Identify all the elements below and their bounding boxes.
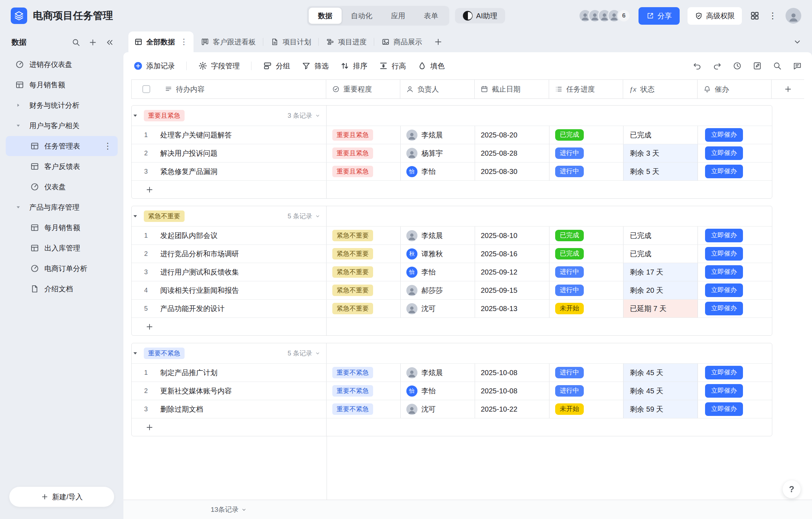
table-row[interactable]: 1制定产品推广计划重要不紧急李炫晨2025-10-08进行中剩余 45 天立即催…: [132, 363, 772, 382]
group-count[interactable]: 5 条记录: [288, 212, 321, 220]
advanced-permission-button[interactable]: 高级权限: [688, 7, 742, 25]
sidebar-item[interactable]: 进销存仪表盘: [6, 54, 118, 74]
remind-button[interactable]: 立即催办: [705, 165, 743, 178]
remind-button[interactable]: 立即催办: [705, 229, 743, 242]
remind-button[interactable]: 立即催办: [705, 402, 743, 416]
clock-icon[interactable]: [733, 61, 742, 71]
progress-cell[interactable]: 进行中: [549, 382, 623, 400]
progress-cell[interactable]: 进行中: [549, 281, 623, 299]
search-icon[interactable]: [72, 38, 80, 47]
table-row[interactable]: 1发起团队内部会议紧急不重要李炫晨2025-08-10已完成已完成立即催办: [132, 226, 772, 244]
group-header[interactable]: 重要且紧急3 条记录: [132, 106, 772, 126]
table-row[interactable]: 3紧急修复产品漏洞重要且紧急怡李怡2025-08-30进行中剩余 5 天立即催办: [132, 162, 772, 180]
owner-cell[interactable]: 怡李怡: [401, 263, 475, 281]
table-row[interactable]: 3进行用户测试和反馈收集紧急不重要怡李怡2025-09-12进行中剩余 17 天…: [132, 263, 772, 281]
undo-icon[interactable]: [693, 61, 702, 71]
date-cell[interactable]: 2025-08-13: [475, 300, 549, 317]
priority-cell[interactable]: 重要且紧急: [327, 126, 401, 144]
collapse-sidebar-icon[interactable]: [105, 38, 114, 47]
date-cell[interactable]: 2025-08-28: [475, 144, 549, 162]
sidebar-item[interactable]: 客户反馈表: [6, 156, 118, 176]
task-cell[interactable]: 3删除过期文档: [132, 400, 327, 418]
task-cell[interactable]: 2进行竞品分析和市场调研: [132, 245, 327, 263]
owner-cell[interactable]: 李炫晨: [401, 364, 475, 382]
table-row[interactable]: 1处理客户关键问题解答重要且紧急李炫晨2025-08-20已完成已完成立即催办: [132, 126, 772, 144]
priority-cell[interactable]: 紧急不重要: [327, 263, 401, 281]
redo-icon[interactable]: [713, 61, 722, 71]
add-record-row[interactable]: [132, 180, 772, 198]
toolbar-button[interactable]: 筛选: [302, 61, 329, 71]
top-nav-tab[interactable]: 自动化: [342, 8, 382, 24]
remind-button[interactable]: 立即催办: [705, 283, 743, 297]
add-record-row[interactable]: [132, 317, 772, 335]
column-header[interactable]: 催办: [698, 80, 772, 98]
toolbar-button[interactable]: 填色: [417, 61, 445, 71]
progress-cell[interactable]: 进行中: [549, 144, 623, 162]
progress-cell[interactable]: 已完成: [549, 126, 623, 144]
remind-button[interactable]: 立即催办: [705, 128, 743, 142]
toolbar-button[interactable]: 分组: [263, 61, 290, 71]
owner-cell[interactable]: 怡李怡: [401, 382, 475, 400]
sidebar-item[interactable]: 每月销售额: [6, 75, 118, 95]
collapse-group-icon[interactable]: [132, 350, 139, 357]
owner-cell[interactable]: 李炫晨: [401, 227, 475, 244]
toolbar-button[interactable]: 行高: [379, 61, 406, 71]
task-cell[interactable]: 1处理客户关键问题解答: [132, 126, 327, 144]
priority-cell[interactable]: 重要不紧急: [327, 382, 401, 400]
owner-cell[interactable]: 秋谭雅秋: [401, 245, 475, 263]
progress-cell[interactable]: 已完成: [549, 227, 623, 244]
table-row[interactable]: 2进行竞品分析和市场调研紧急不重要秋谭雅秋2025-08-16已完成已完成立即催…: [132, 244, 772, 263]
owner-cell[interactable]: 沈可: [401, 300, 475, 317]
date-cell[interactable]: 2025-10-08: [475, 364, 549, 382]
collaborator-avatars[interactable]: 6: [578, 9, 631, 23]
priority-cell[interactable]: 紧急不重要: [327, 245, 401, 263]
date-cell[interactable]: 2025-08-10: [475, 227, 549, 244]
task-cell[interactable]: 1发起团队内部会议: [132, 227, 327, 244]
sidebar-section[interactable]: 财务与统计分析: [6, 95, 118, 115]
progress-cell[interactable]: 未开始: [549, 300, 623, 317]
sidebar-item[interactable]: 仪表盘: [6, 177, 118, 197]
search-icon[interactable]: [773, 61, 782, 71]
toolbar-button[interactable]: 排序: [340, 61, 367, 71]
ai-assistant-button[interactable]: AI助理: [455, 8, 505, 24]
table-row[interactable]: 3删除过期文档重要不紧急沈可2025-10-22未开始剩余 59 天立即催办: [132, 400, 772, 418]
edit-icon[interactable]: [753, 61, 762, 71]
view-tab[interactable]: 项目计划: [263, 31, 318, 52]
more-menu-icon[interactable]: ⋮: [768, 11, 778, 21]
sidebar-item[interactable]: 每月销售额: [6, 218, 118, 238]
add-record-row[interactable]: [132, 418, 772, 436]
toolbar-button[interactable]: 字段管理: [198, 61, 240, 71]
task-cell[interactable]: 1制定产品推广计划: [132, 364, 327, 382]
group-header[interactable]: 紧急不重要5 条记录: [132, 206, 772, 226]
table-row[interactable]: 2解决用户投诉问题重要且紧急杨算宇2025-08-28进行中剩余 3 天立即催办: [132, 144, 772, 162]
remind-button[interactable]: 立即催办: [705, 384, 743, 398]
record-count[interactable]: 13条记录: [123, 505, 334, 514]
view-tab[interactable]: 客户跟进看板: [194, 31, 263, 52]
add-view-icon[interactable]: [434, 37, 443, 47]
remind-button[interactable]: 立即催办: [705, 265, 743, 279]
progress-cell[interactable]: 进行中: [549, 163, 623, 180]
user-avatar[interactable]: [786, 8, 801, 24]
table-row[interactable]: 5产品功能开发的设计紧急不重要沈可2025-08-13未开始已延期 7 天立即催…: [132, 299, 772, 317]
date-cell[interactable]: 2025-08-20: [475, 126, 549, 144]
toolbar-button[interactable]: 添加记录: [133, 61, 175, 71]
priority-cell[interactable]: 紧急不重要: [327, 281, 401, 299]
group-count[interactable]: 3 条记录: [288, 111, 321, 120]
date-cell[interactable]: 2025-09-12: [475, 263, 549, 281]
group-count[interactable]: 5 条记录: [288, 349, 321, 358]
date-cell[interactable]: 2025-10-22: [475, 400, 549, 418]
owner-cell[interactable]: 杨算宇: [401, 144, 475, 162]
column-header[interactable]: 负责人: [400, 80, 475, 98]
column-header[interactable]: 截止日期: [475, 80, 549, 98]
column-header[interactable]: ƒx状态: [623, 80, 698, 98]
priority-cell[interactable]: 重要且紧急: [327, 144, 401, 162]
remind-button[interactable]: 立即催办: [705, 247, 743, 261]
owner-cell[interactable]: 李炫晨: [401, 126, 475, 144]
table-row[interactable]: 2更新社交媒体账号内容重要不紧急怡李怡2025-10-08进行中剩余 45 天立…: [132, 382, 772, 400]
owner-cell[interactable]: 郝莎莎: [401, 281, 475, 299]
task-cell[interactable]: 2更新社交媒体账号内容: [132, 382, 327, 400]
progress-cell[interactable]: 进行中: [549, 263, 623, 281]
progress-cell[interactable]: 进行中: [549, 364, 623, 382]
progress-cell[interactable]: 未开始: [549, 400, 623, 418]
priority-cell[interactable]: 重要且紧急: [327, 163, 401, 180]
